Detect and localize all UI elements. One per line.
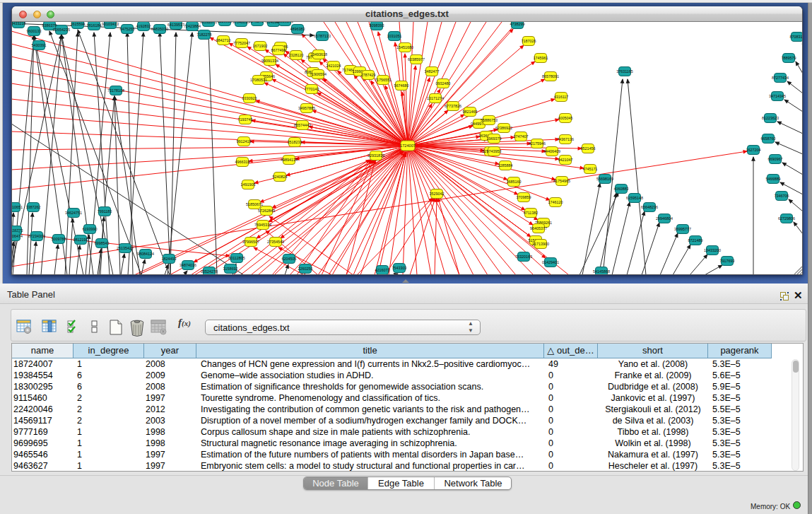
svg-text:7193745: 7193745 [238, 117, 253, 122]
svg-text:97848018: 97848018 [233, 22, 249, 24]
svg-text:87277434: 87277434 [772, 76, 789, 80]
svg-text:4316117: 4316117 [554, 95, 569, 99]
svg-text:7991183: 7991183 [98, 209, 112, 214]
svg-text:3518233: 3518233 [288, 140, 302, 144]
svg-text:17080531: 17080531 [250, 78, 267, 82]
svg-text:6690967: 6690967 [768, 157, 783, 161]
svg-text:9600133: 9600133 [27, 29, 42, 33]
svg-text:3709859: 3709859 [517, 195, 531, 199]
svg-text:72423884: 72423884 [184, 24, 201, 28]
svg-text:5240824: 5240824 [273, 175, 288, 179]
svg-text:67010651: 67010651 [12, 205, 23, 209]
svg-text:4005045: 4005045 [558, 116, 573, 120]
svg-text:55698169: 55698169 [596, 177, 613, 181]
svg-text:32931839: 32931839 [367, 153, 384, 158]
svg-text:29946804: 29946804 [656, 216, 673, 221]
svg-text:93103413: 93103413 [102, 22, 119, 26]
svg-text:1031051: 1031051 [387, 34, 402, 38]
svg-text:1491905: 1491905 [241, 182, 256, 187]
svg-text:5098393: 5098393 [370, 23, 384, 28]
svg-text:1615594: 1615594 [71, 22, 86, 26]
svg-text:7346706: 7346706 [775, 194, 789, 198]
svg-text:74367136: 74367136 [557, 137, 574, 141]
svg-text:13171274: 13171274 [427, 96, 444, 100]
svg-text:0932480: 0932480 [436, 81, 451, 86]
svg-text:1671902: 1671902 [253, 44, 268, 48]
svg-text:6998543: 6998543 [95, 241, 110, 245]
svg-text:7182278: 7182278 [197, 33, 212, 37]
svg-text:5430391: 5430391 [32, 43, 47, 47]
svg-text:15451680: 15451680 [396, 45, 413, 49]
svg-text:8677496: 8677496 [271, 48, 286, 52]
svg-text:3387262: 3387262 [26, 205, 41, 209]
svg-text:8721489: 8721489 [688, 238, 703, 243]
svg-text:71906594: 71906594 [310, 72, 326, 76]
svg-text:31713900: 31713900 [532, 242, 549, 246]
svg-text:4896383: 4896383 [290, 27, 305, 31]
svg-text:02606474: 02606474 [12, 234, 23, 238]
svg-text:7889579: 7889579 [782, 56, 796, 60]
svg-text:62386922: 62386922 [495, 126, 512, 130]
svg-text:6658760: 6658760 [761, 136, 776, 141]
svg-text:9912419: 9912419 [237, 139, 252, 144]
svg-text:0812191: 0812191 [73, 238, 88, 242]
svg-text:60385977: 60385977 [408, 57, 425, 62]
svg-text:51850671: 51850671 [246, 202, 263, 206]
svg-text:81754965: 81754965 [553, 179, 570, 183]
svg-text:7543303: 7543303 [392, 266, 407, 270]
svg-text:4216073: 4216073 [375, 268, 390, 272]
svg-text:6475255: 6475255 [120, 27, 135, 31]
svg-text:1724007: 1724007 [400, 144, 416, 148]
svg-text:34714345: 34714345 [769, 94, 786, 98]
svg-text:98084124: 98084124 [137, 252, 154, 256]
svg-text:64139537: 64139537 [167, 23, 184, 27]
svg-text:01429401: 01429401 [542, 260, 559, 264]
svg-text:61595148: 61595148 [626, 196, 643, 200]
svg-text:3285884: 3285884 [498, 163, 513, 168]
svg-text:2787429: 2787429 [361, 73, 376, 77]
svg-text:54145868: 54145868 [593, 269, 610, 274]
svg-text:13493618: 13493618 [310, 52, 327, 57]
svg-text:99091334: 99091334 [261, 59, 278, 63]
svg-text:4711382: 4711382 [524, 211, 539, 215]
svg-text:94406409: 94406409 [543, 149, 560, 153]
svg-text:49894134: 49894134 [281, 158, 298, 162]
svg-text:7770143: 7770143 [305, 87, 319, 91]
svg-text:36995777: 36995777 [674, 227, 691, 231]
svg-text:76320163: 76320163 [515, 255, 532, 259]
svg-text:81223623: 81223623 [762, 116, 779, 120]
svg-text:96532871: 96532871 [200, 22, 217, 24]
svg-text:51462704: 51462704 [249, 22, 266, 23]
svg-text:13433200: 13433200 [704, 248, 721, 252]
svg-text:65787133: 65787133 [314, 34, 331, 38]
svg-text:00524278: 00524278 [201, 269, 218, 274]
svg-text:8708317: 8708317 [790, 35, 803, 39]
svg-text:3158692: 3158692 [223, 267, 238, 271]
svg-text:5466889: 5466889 [766, 177, 781, 181]
svg-text:87234309: 87234309 [28, 234, 45, 238]
svg-text:1226916: 1226916 [218, 22, 233, 23]
svg-text:25135427: 25135427 [117, 246, 134, 250]
svg-text:57262849: 57262849 [258, 209, 275, 213]
svg-text:9421047: 9421047 [558, 158, 573, 162]
svg-text:62729806: 62729806 [778, 216, 795, 221]
svg-text:34957885: 34957885 [298, 106, 315, 110]
svg-text:3747407: 3747407 [514, 134, 529, 139]
svg-text:64835030: 64835030 [151, 27, 168, 31]
svg-text:28809570: 28809570 [276, 22, 293, 23]
svg-text:86578091: 86578091 [542, 74, 559, 78]
svg-text:7187026: 7187026 [522, 39, 536, 43]
svg-text:3529042: 3529042 [430, 192, 445, 196]
svg-text:3685160: 3685160 [507, 180, 522, 184]
svg-text:1824493: 1824493 [162, 257, 177, 261]
svg-text:67737826: 67737826 [445, 104, 461, 108]
svg-text:5674680: 5674680 [394, 83, 409, 88]
svg-text:55886753: 55886753 [481, 118, 498, 122]
svg-text:5009788: 5009788 [52, 237, 66, 241]
svg-text:4745171: 4745171 [583, 167, 598, 171]
svg-text:80112805: 80112805 [228, 256, 245, 260]
svg-text:37631165: 37631165 [616, 69, 633, 74]
svg-text:65648236: 65648236 [641, 205, 658, 209]
svg-text:34624751: 34624751 [65, 211, 82, 215]
svg-text:0330923: 0330923 [242, 96, 257, 100]
